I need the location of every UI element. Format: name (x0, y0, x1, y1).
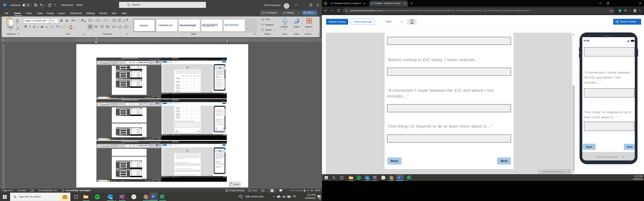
svg-text:XM: XM (371, 2, 374, 4)
svg-text:1: 1 (96, 19, 96, 20)
svg-text:i: i (104, 21, 105, 22)
svg-text:Z: Z (122, 21, 123, 22)
svg-text:A: A (122, 19, 124, 20)
svg-text:3: 3 (96, 21, 96, 22)
svg-text:c: c (262, 24, 263, 26)
svg-text:2: 2 (96, 20, 96, 21)
svg-text:i: i (279, 197, 280, 198)
svg-text:a: a (104, 20, 105, 21)
svg-text:XM: XM (330, 2, 333, 4)
svg-text:1: 1 (104, 19, 104, 20)
